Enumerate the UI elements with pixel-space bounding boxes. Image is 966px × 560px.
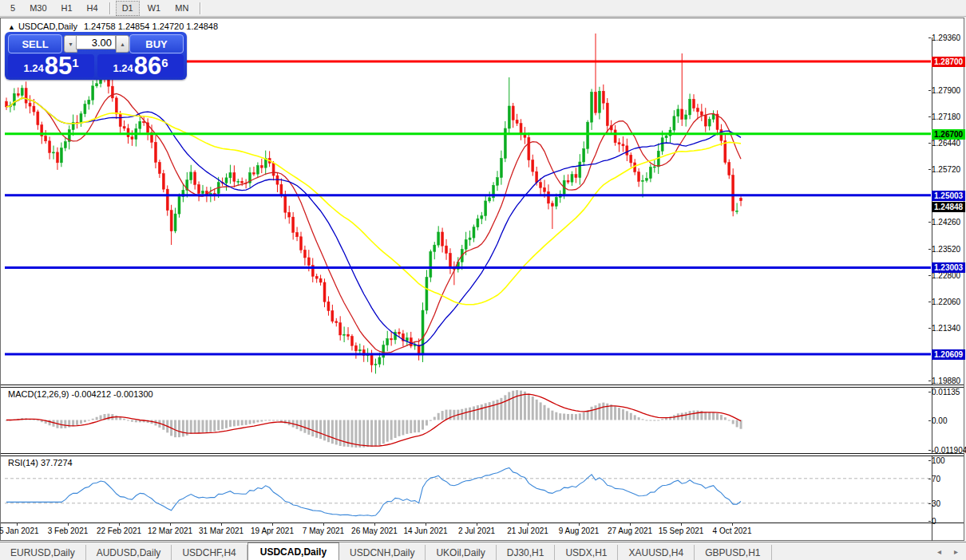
rsi-splitter[interactable] <box>1 453 964 456</box>
tab-xauusd-h4[interactable]: XAUUSD,H4 <box>618 545 695 560</box>
date-label: 2 Jul 2021 <box>458 526 495 535</box>
price-tick-label: 1.27180 <box>932 112 965 121</box>
macd-splitter[interactable] <box>1 385 964 388</box>
date-label: 9 Aug 2021 <box>559 526 600 535</box>
date-tick <box>579 523 580 526</box>
tab-eurusd-daily[interactable]: EURUSD,Daily <box>0 545 86 560</box>
date-axis-separator <box>1 523 964 523</box>
tab-scroll-left-icon[interactable]: ◂ <box>937 547 941 556</box>
date-tick <box>374 523 375 526</box>
tab-ukoil-daily[interactable]: UKOil,Daily <box>426 545 496 560</box>
timeframe-button-5[interactable]: 5 <box>4 1 22 16</box>
tab-usdx-h1[interactable]: USDX,H1 <box>555 545 618 560</box>
buy-price-main: 86 <box>134 55 161 77</box>
chart-tab-bar: EURUSD,DailyAUDUSD,DailyUSDCHF,H4USDCAD,… <box>0 542 966 560</box>
price-tick-label: 1.25720 <box>932 165 965 174</box>
price-tick-label: 1.21340 <box>932 324 965 333</box>
macd-tick-label: -0.011904 <box>932 446 965 455</box>
date-label: 26 May 2021 <box>351 526 398 535</box>
volume-input[interactable] <box>76 35 116 49</box>
timeframe-button-mn[interactable]: MN <box>168 1 195 16</box>
toolbar-separator <box>200 2 201 14</box>
tab-scroll-right-icon[interactable]: ▸ <box>954 547 958 556</box>
price-tick-label: 1.27900 <box>932 86 965 95</box>
price-tick-label: 1.23520 <box>932 245 965 254</box>
price-badge-blue: 1.20609 <box>932 349 965 360</box>
date-tick <box>630 523 631 526</box>
date-label: 21 Jul 2021 <box>507 526 548 535</box>
timeframe-button-d1[interactable]: D1 <box>116 1 140 16</box>
rsi-tick-label: 70 <box>932 475 965 483</box>
tab-usdcad-daily[interactable]: USDCAD,Daily <box>247 542 339 560</box>
macd-label: MACD(12,26,9) -0.004212 -0.001300 <box>8 389 153 399</box>
date-label: 12 Mar 2021 <box>148 526 192 535</box>
date-label: 14 Jun 2021 <box>403 526 447 535</box>
tab-dj30-h1[interactable]: DJ30,H1 <box>497 545 556 560</box>
sell-price-pip: 1 <box>72 56 78 69</box>
chevron-up-icon: ▴ <box>121 41 124 48</box>
date-label: 4 Oct 2021 <box>713 526 752 535</box>
timeframe-button-w1[interactable]: W1 <box>141 1 168 16</box>
buy-price-display[interactable]: 1.24866 <box>97 54 184 77</box>
one-click-trade-panel: SELL ▾ ▴ BUY 1.24851 1.24866 <box>5 32 187 80</box>
chart-title: ▲USDCAD,Daily1.24758 1.24854 1.24720 1.2… <box>8 22 218 31</box>
macd-tick-label: 0.01135 <box>932 388 965 396</box>
buy-price-prefix: 1.24 <box>113 62 133 74</box>
arrow-up-icon: ▲ <box>8 23 15 31</box>
tab-gbpusd-h1[interactable]: GBPUSD,H1 <box>695 545 771 560</box>
tab-audusd-daily[interactable]: AUDUSD,Daily <box>86 545 172 560</box>
date-tick <box>68 523 69 526</box>
date-tick <box>477 523 477 526</box>
timeframe-button-h4[interactable]: H4 <box>81 1 105 16</box>
buy-price-pip: 6 <box>161 56 168 69</box>
date-label: 31 Mar 2021 <box>199 526 243 535</box>
macd-tick-label: 0.00 <box>932 416 965 425</box>
price-badge-black: 1.24848 <box>932 202 965 212</box>
date-label: 7 May 2021 <box>303 526 344 535</box>
price-badge-red: 1.28700 <box>932 57 965 67</box>
chart-symbol: USDCAD,Daily <box>18 22 77 31</box>
price-tick-label: 1.19880 <box>932 377 965 385</box>
chart-ohlc-values: 1.24758 1.24854 1.24720 1.24848 <box>84 22 218 31</box>
date-label: 19 Apr 2021 <box>251 526 294 535</box>
date-label: 27 Aug 2021 <box>608 526 652 535</box>
rsi-tick-label: 30 <box>932 499 965 508</box>
date-label: 15 Sep 2021 <box>659 526 704 535</box>
sell-price-prefix: 1.24 <box>23 62 43 74</box>
rsi-pane[interactable] <box>5 455 931 523</box>
price-tick-label: 1.22060 <box>932 298 965 306</box>
date-tick <box>732 523 733 526</box>
sell-price-display[interactable]: 1.24851 <box>8 54 94 77</box>
price-badge-green: 1.26700 <box>932 129 965 140</box>
tab-usdcnh-daily[interactable]: USDCNH,Daily <box>339 545 426 560</box>
tab-usdchf-h4[interactable]: USDCHF,H4 <box>172 545 247 560</box>
rsi-tick-label: 0 <box>932 517 965 526</box>
date-label: 3 Feb 2021 <box>48 526 89 535</box>
toolbar-separator <box>109 2 111 14</box>
chevron-down-icon: ▾ <box>69 41 72 48</box>
price-tick-label: 1.26440 <box>932 139 965 148</box>
rsi-tick-label: 100 <box>932 456 965 465</box>
price-badge-blue: 1.25003 <box>932 191 965 201</box>
date-tick <box>272 523 273 526</box>
mt4-terminal: 5M30H1H4D1W1MN ▲USDCAD,Daily1.24758 1.24… <box>0 0 966 560</box>
date-label: 22 Feb 2021 <box>97 526 141 535</box>
sell-button[interactable]: SELL <box>8 34 62 53</box>
date-label: 15 Jan 2021 <box>0 526 39 535</box>
buy-button[interactable]: BUY <box>129 34 184 53</box>
rsi-label: RSI(14) 37.7274 <box>8 458 73 467</box>
timeframe-button-h1[interactable]: H1 <box>55 1 79 16</box>
volume-increase-button[interactable]: ▴ <box>116 35 129 53</box>
timeframe-button-m30[interactable]: M30 <box>23 1 53 16</box>
price-tick-label: 1.24260 <box>932 218 965 227</box>
price-badge-blue: 1.23003 <box>932 262 965 273</box>
date-tick <box>681 523 682 526</box>
date-tick <box>323 523 324 526</box>
date-tick <box>170 523 171 526</box>
date-tick <box>426 523 426 526</box>
date-tick <box>528 523 529 526</box>
timeframe-toolbar: 5M30H1H4D1W1MN <box>0 0 966 17</box>
date-tick <box>17 523 18 526</box>
date-tick <box>119 523 120 526</box>
sell-price-main: 85 <box>45 55 72 77</box>
